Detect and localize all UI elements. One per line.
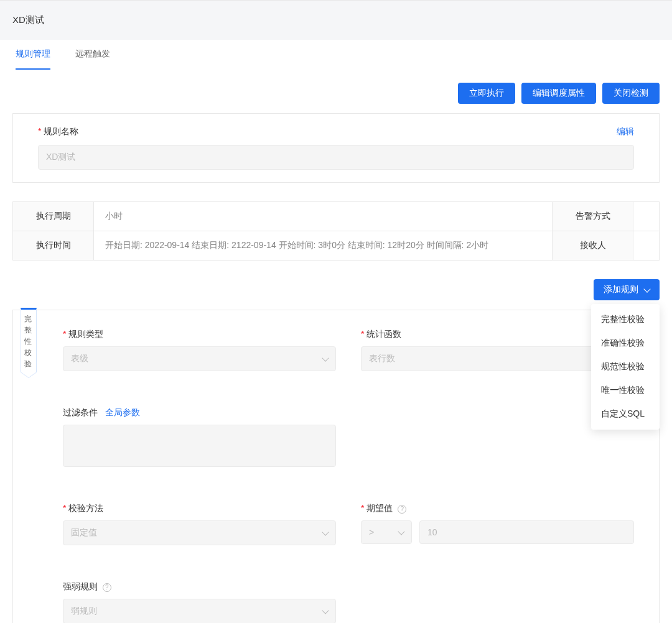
schedule-info-table: 执行周期 小时 告警方式 执行时间 开始日期: 2022-09-14 结束日期:… [12, 201, 660, 261]
rule-card: 完整性校验 规则类型 表级 统计函数 表行数 [12, 310, 660, 623]
exec-time-label: 执行时间 [13, 231, 94, 261]
chevron-down-icon [322, 607, 329, 614]
rule-name-label: 规则名称 [38, 126, 78, 137]
check-method-value: 固定值 [71, 527, 97, 538]
alarm-method-label: 告警方式 [553, 202, 633, 231]
chevron-down-icon [322, 528, 329, 535]
alarm-method-value [633, 202, 660, 231]
add-rule-label: 添加规则 [604, 284, 638, 295]
rule-name-panel: 规则名称 编辑 XD测试 [12, 113, 660, 183]
exec-time-value: 开始日期: 2022-09-14 结束日期: 2122-09-14 开始时间: … [94, 231, 553, 261]
exec-period-value: 小时 [94, 202, 553, 231]
tab-remote-trigger[interactable]: 远程触发 [75, 40, 110, 70]
expected-operator-select[interactable]: > [361, 520, 412, 544]
rule-type-select[interactable]: 表级 [63, 346, 336, 371]
dropdown-item-accuracy[interactable]: 准确性校验 [591, 331, 660, 355]
help-icon[interactable]: ? [398, 505, 406, 514]
check-method-label: 校验方法 [63, 503, 336, 514]
check-method-select[interactable]: 固定值 [63, 520, 336, 545]
dropdown-item-custom-sql[interactable]: 自定义SQL [591, 402, 660, 426]
expected-value-input[interactable]: 10 [419, 520, 634, 544]
receiver-label: 接收人 [553, 231, 633, 261]
expected-label-text: 期望值 [366, 503, 393, 513]
edit-schedule-button[interactable]: 编辑调度属性 [521, 83, 596, 104]
rule-type-label: 规则类型 [63, 329, 336, 340]
filter-label: 过滤条件 全局参数 [63, 407, 336, 418]
strength-label: 强弱规则 ? [63, 581, 336, 593]
execute-now-button[interactable]: 立即执行 [458, 83, 515, 104]
ribbon-text: 完整性校验 [21, 313, 36, 369]
expected-value-text: 10 [427, 527, 437, 537]
close-detection-button[interactable]: 关闭检测 [602, 83, 660, 104]
strength-label-text: 强弱规则 [63, 581, 98, 591]
add-rule-button[interactable]: 添加规则 [594, 279, 660, 300]
filter-label-text: 过滤条件 [63, 407, 98, 417]
page-title: XD测试 [12, 14, 660, 26]
tab-rule-management[interactable]: 规则管理 [16, 40, 50, 70]
add-rule-dropdown: 完整性校验 准确性校验 规范性校验 唯一性校验 自定义SQL [591, 304, 660, 430]
rule-type-value: 表级 [71, 353, 88, 364]
dropdown-item-integrity[interactable]: 完整性校验 [591, 308, 660, 331]
chevron-down-icon [322, 354, 329, 361]
dropdown-item-uniqueness[interactable]: 唯一性校验 [591, 379, 660, 402]
global-params-link[interactable]: 全局参数 [105, 407, 140, 417]
expected-label: 期望值 ? [361, 503, 634, 514]
strength-select[interactable]: 弱规则 [63, 599, 336, 623]
filter-textarea[interactable] [63, 425, 336, 467]
chevron-down-icon [643, 285, 650, 292]
exec-period-label: 执行周期 [13, 202, 94, 231]
receiver-value [633, 231, 660, 261]
tabs-bar: 规则管理 远程触发 [0, 40, 672, 70]
stat-func-value: 表行数 [369, 353, 395, 364]
expected-operator-value: > [369, 527, 374, 537]
edit-rule-name-link[interactable]: 编辑 [617, 126, 634, 137]
integrity-ribbon: 完整性校验 [21, 308, 37, 372]
dropdown-item-normative[interactable]: 规范性校验 [591, 355, 660, 379]
strength-value: 弱规则 [71, 606, 97, 617]
chevron-down-icon [398, 528, 404, 535]
rule-name-input: XD测试 [38, 145, 634, 170]
help-icon[interactable]: ? [103, 583, 111, 592]
